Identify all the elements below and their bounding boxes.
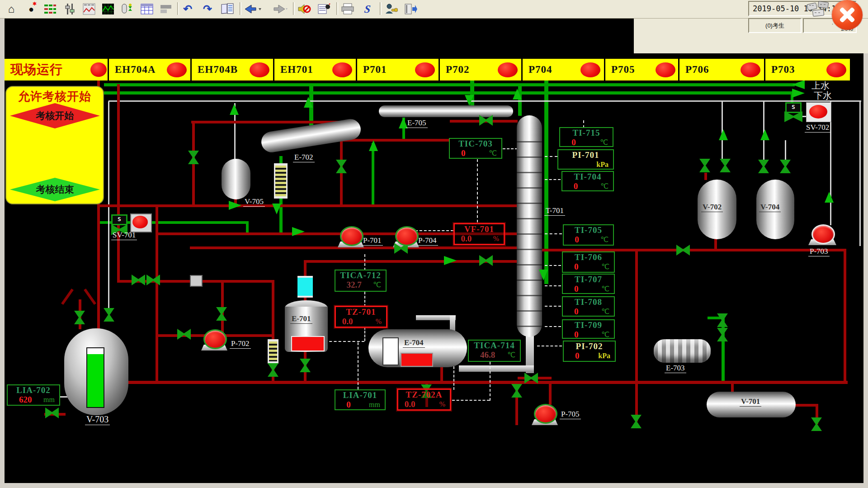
indicator-ti705[interactable]: TI-705 0℃ [563,224,614,246]
indicator-vf701[interactable]: VF-701 0.0% [453,223,505,245]
label-e701: E-701 [290,314,312,324]
banner-button-eh701[interactable]: EH701 [274,59,356,81]
nav-forward-icon[interactable] [269,1,288,17]
process-canvas [5,53,863,483]
trend-chart-icon[interactable] [81,1,97,17]
pipe-segment [440,367,443,382]
flow-arrow [229,201,241,210]
process-graphic-icon[interactable] [119,1,135,17]
mute-glyph [297,3,311,15]
redo-icon[interactable]: ↷ [200,1,215,17]
banner-button-p705[interactable]: P705 [605,59,678,81]
pipe-segment [859,101,861,246]
flow-arrow [825,192,834,203]
banner-label: EH704A [109,64,156,76]
indicator-tica714[interactable]: TICA-714 46.8℃ [468,340,521,362]
pipe-segment [844,249,846,382]
signal-line [452,400,490,401]
indicator-pi701[interactable]: PI-701 kPa [557,149,614,170]
pipe-segment [714,239,717,250]
keyboard-icon[interactable] [807,1,831,17]
solenoid-sv701[interactable]: S [111,214,127,225]
close-button[interactable] [832,0,863,30]
banner-button-field-run[interactable]: 现场运行 [5,59,108,81]
vessel-v705 [222,159,250,199]
alarm-summary-icon[interactable] [316,1,332,17]
indicator-tz701[interactable]: TZ-701 0.0% [335,306,387,328]
indicator-ti706[interactable]: TI-706 0℃ [562,251,615,273]
banner-label: P702 [440,64,470,76]
pump-p705[interactable] [534,404,557,424]
pump-p704[interactable] [395,226,419,246]
realtime-graph-icon[interactable] [100,1,116,17]
indicator-ti704[interactable]: TI-704 0℃ [561,171,614,191]
label-e705: E-705 [406,118,428,128]
indicator-lia701[interactable]: LIA-701 0mm [335,389,386,410]
indicator-ti715[interactable]: TI-715 0℃ [559,127,613,147]
pump-p701[interactable] [340,226,363,246]
pump-p702[interactable] [203,329,227,349]
exam-permit-text: 允许考核开始 [6,89,103,104]
exit-icon[interactable] [403,1,419,17]
print-icon[interactable] [340,1,355,17]
indicator-ti708[interactable]: TI-708 0℃ [562,296,615,317]
indicator-lia702[interactable]: LIA-702 620mm [7,384,60,406]
indicator-ti709[interactable]: TI-709 0℃ [562,319,615,339]
sv702-led [809,105,827,118]
alarm-bomb-icon[interactable]: ●✱ [24,1,39,17]
exam-end-button[interactable]: 考核结束 [10,178,100,201]
pipe-segment [635,249,638,422]
pump-p703[interactable] [811,224,835,244]
label-t701: T-701 [544,206,565,216]
data-table-icon[interactable] [139,1,155,17]
sight-glass [268,339,278,364]
flow-arrow [292,227,305,236]
signal-line [537,346,562,346]
indicator-tica712[interactable]: TICA-712 32.7℃ [335,270,387,292]
nav-back-icon[interactable] [243,1,263,17]
flow-arrow [792,89,805,98]
indicator-tz702a[interactable]: TZ-702A 0.0% [397,389,451,411]
label-sv702: SV-702 [805,123,830,133]
vessel-e705 [379,105,513,117]
banner-button-p702[interactable]: P702 [440,59,521,81]
column-t701 [517,115,542,337]
home-icon[interactable]: ⌂ [4,1,19,17]
label-p702: P-702 [230,339,251,349]
banner-button-p704[interactable]: P704 [523,59,604,81]
status-led [415,62,435,77]
exam-start-label: 考核开始 [36,109,74,122]
indicator-tic703[interactable]: TIC-703 0℃ [449,138,502,159]
flow-arrow [719,129,728,140]
back-arrow-glyph [244,5,262,14]
indicator-ti707[interactable]: TI-707 0℃ [562,274,615,294]
system-logo-icon[interactable]: S [360,1,375,17]
alarm-mute-icon[interactable] [297,1,312,17]
header-black-area [5,18,634,53]
banner-button-eh704b[interactable]: EH704B [192,59,273,81]
banner-button-p703[interactable]: P703 [765,59,850,81]
toolbar-separator [177,2,179,15]
setpoint-sliders-icon[interactable] [62,1,78,17]
toolbar-separator [380,2,382,15]
pipe-segment [97,381,848,384]
banner-label: P703 [765,64,795,76]
banner-button-p706[interactable]: P706 [679,59,764,81]
toolbar-separator [293,2,295,15]
exam-start-button[interactable]: 考核开始 [10,103,100,128]
flow-arrow [465,95,474,106]
report-book-icon[interactable] [220,1,235,17]
solenoid-sv702[interactable]: S [785,102,802,113]
layout-icon[interactable] [158,1,174,17]
undo-icon[interactable]: ↶ [180,1,195,17]
banner-button-p701[interactable]: P701 [357,59,439,81]
tag-list-icon[interactable] [42,1,58,17]
toolbar: ⌂ ●✱ [0,0,868,19]
indicator-pi702[interactable]: PI-702 0kPa [563,341,616,362]
signal-line [545,265,561,266]
signal-line [453,366,454,390]
signal-line [364,292,365,307]
banner-button-eh704a[interactable]: EH704A [109,59,190,81]
operator-login-icon[interactable] [383,1,399,17]
layout-glyph [160,4,172,14]
